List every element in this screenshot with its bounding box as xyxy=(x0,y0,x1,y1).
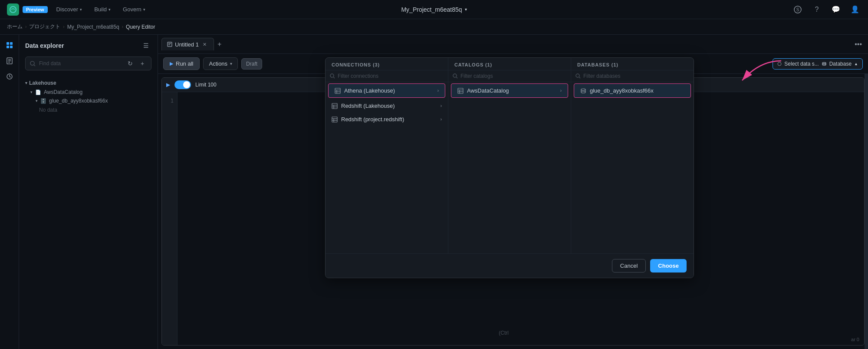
svg-rect-3 xyxy=(7,42,9,45)
cancel-button[interactable]: Cancel xyxy=(612,259,646,273)
breadcrumb-projects[interactable]: プロジェクト xyxy=(29,23,60,30)
search-icon xyxy=(30,61,36,66)
tree-catalog[interactable]: ▾ 📄 AwsDataCatalog xyxy=(25,88,151,96)
chat-icon[interactable]: 💬 xyxy=(830,3,842,16)
svg-text:S: S xyxy=(796,7,799,12)
nav-govern[interactable]: Govern ▾ xyxy=(118,3,151,15)
preview-badge: Preview xyxy=(23,6,48,13)
project-name-center[interactable]: My_Project_m6eat85q ▾ xyxy=(401,6,467,13)
refresh-btn[interactable]: ↻ xyxy=(126,59,135,68)
sidebar-section: ▾ Lakehouse ▾ 📄 AwsDataCatalog ▾ 🗄️ glue… xyxy=(19,75,158,116)
databases-search-icon xyxy=(575,73,581,79)
svg-rect-39 xyxy=(458,88,463,93)
limit-toggle[interactable] xyxy=(174,80,191,89)
lakehouse-label: ▾ Lakehouse xyxy=(25,80,56,86)
svg-point-12 xyxy=(30,61,34,65)
catalogs-search xyxy=(448,70,571,82)
svg-point-18 xyxy=(822,62,826,63)
top-nav: Preview Discover ▾ Build ▾ Govern ▾ My_P… xyxy=(0,0,868,19)
databases-list: glue_db_ayy8xobkasf66x xyxy=(571,82,694,253)
svg-rect-25 xyxy=(335,88,340,93)
toggle-switch[interactable] xyxy=(174,80,191,89)
shield-icon[interactable]: S xyxy=(792,3,804,16)
icon-bar xyxy=(0,35,19,349)
svg-point-37 xyxy=(453,74,457,77)
database-icon xyxy=(580,88,586,94)
catalogs-search-icon xyxy=(453,73,458,79)
svg-line-13 xyxy=(34,65,35,66)
sidebar-title: Data explorer xyxy=(25,42,64,49)
datasource-chevron-icon: ▲ xyxy=(854,62,858,66)
connection-athena[interactable]: Athena (Lakehouse) › xyxy=(328,83,445,98)
iconbar-history[interactable] xyxy=(3,70,16,83)
svg-point-23 xyxy=(330,74,334,77)
catalogs-list: AwsDataCatalog › xyxy=(448,82,571,253)
tree-schema[interactable]: ▾ 🗄️ glue_db_ayy8xobkasf66x xyxy=(25,96,151,105)
nav-right: S ? 💬 👤 xyxy=(792,3,861,16)
line-num-1: 1 xyxy=(162,96,174,105)
sidebar-search-input[interactable] xyxy=(39,60,122,66)
datasource-icon xyxy=(777,62,782,66)
main-layout: Data explorer ☰ ↻ + ▾ Lakehouse ▾ xyxy=(0,35,868,349)
svg-point-45 xyxy=(581,89,585,90)
help-icon[interactable]: ? xyxy=(811,3,823,16)
redshift-lakehouse-chevron-icon: › xyxy=(441,103,442,108)
breadcrumb-project[interactable]: My_Project_m6eat85q xyxy=(67,24,119,30)
main-content: Untitled 1 ✕ + ••• ▶ Run all Actions ▾ D… xyxy=(158,35,868,349)
add-datasource-btn[interactable]: + xyxy=(138,59,147,68)
run-icon[interactable]: ▶ xyxy=(166,82,170,88)
tab-untitled1[interactable]: Untitled 1 ✕ xyxy=(161,38,214,50)
datasource-dropdown: CONNECTIONS (3) xyxy=(325,57,694,278)
databases-search-input[interactable] xyxy=(583,73,689,79)
breadcrumb: ホーム › プロジェクト › My_Project_m6eat85q › Que… xyxy=(0,19,868,35)
catalogs-column: CATALOGS (1) xyxy=(448,58,571,253)
datasource-selector[interactable]: Select data s... Database ▲ xyxy=(773,58,863,70)
svg-line-24 xyxy=(334,77,335,79)
limit-label: Limit 100 xyxy=(195,82,217,88)
databases-header: DATABASES (1) xyxy=(571,58,694,70)
connections-header: CONNECTIONS (3) xyxy=(326,58,448,70)
nav-build[interactable]: Build ▾ xyxy=(89,3,116,15)
sidebar: Data explorer ☰ ↻ + ▾ Lakehouse ▾ xyxy=(19,35,158,349)
connections-search-input[interactable] xyxy=(338,73,444,79)
nav-discover[interactable]: Discover ▾ xyxy=(51,3,88,15)
iconbar-data[interactable] xyxy=(3,38,16,52)
tab-more-btn[interactable]: ••• xyxy=(852,39,865,50)
svg-rect-29 xyxy=(332,103,337,109)
nav-left: Preview Discover ▾ Build ▾ Govern ▾ xyxy=(7,3,151,16)
run-all-button[interactable]: ▶ Run all xyxy=(163,57,200,70)
sidebar-header: Data explorer ☰ xyxy=(19,35,158,55)
catalog-aws[interactable]: AwsDataCatalog › xyxy=(451,83,568,98)
connection-icon xyxy=(335,88,341,94)
catalogs-search-input[interactable] xyxy=(460,73,566,79)
chevron-down-icon: ▾ xyxy=(230,61,232,66)
iconbar-page[interactable] xyxy=(3,54,16,68)
catalogs-header: CATALOGS (1) xyxy=(448,58,571,70)
tab-add-btn[interactable]: + xyxy=(216,39,223,50)
choose-button[interactable]: Choose xyxy=(650,259,687,273)
connection-redshift-project[interactable]: Redshift (project.redshift) › xyxy=(326,113,448,126)
play-icon: ▶ xyxy=(170,61,173,66)
sidebar-header-icons: ☰ xyxy=(140,40,151,51)
no-data-label: No data xyxy=(25,105,151,115)
char-count: ar 0 xyxy=(851,337,859,342)
hint-text: (Ctrl xyxy=(499,330,509,336)
actions-button[interactable]: Actions ▾ xyxy=(203,57,238,70)
lakehouse-section[interactable]: ▾ Lakehouse xyxy=(25,78,151,88)
connection-redshift-lakehouse[interactable]: Redshift (Lakehouse) › xyxy=(326,99,448,113)
tab-close-btn[interactable]: ✕ xyxy=(201,41,208,48)
svg-rect-4 xyxy=(10,42,13,45)
svg-rect-5 xyxy=(7,46,9,48)
svg-point-17 xyxy=(778,62,781,66)
sidebar-menu-btn[interactable]: ☰ xyxy=(140,40,151,51)
breadcrumb-home[interactable]: ホーム xyxy=(7,23,23,30)
database-glue[interactable]: glue_db_ayy8xobkasf66x xyxy=(574,83,691,98)
user-icon[interactable]: 👤 xyxy=(849,3,861,16)
athena-chevron-icon: › xyxy=(437,88,439,93)
sidebar-search[interactable]: ↻ + xyxy=(25,57,151,70)
catalog-chevron-icon: › xyxy=(560,88,562,93)
svg-line-44 xyxy=(579,77,581,79)
connections-column: CONNECTIONS (3) xyxy=(326,58,448,253)
dropdown-columns: CONNECTIONS (3) xyxy=(326,58,694,253)
line-numbers: 1 xyxy=(162,92,178,345)
